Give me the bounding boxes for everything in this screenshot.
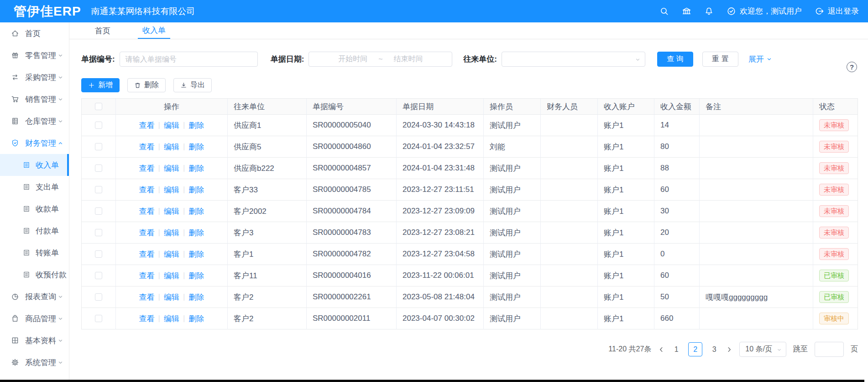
edit-link[interactable]: 编辑: [164, 228, 179, 238]
page-size-select[interactable]: 10 条/页: [739, 342, 786, 357]
sidebar-item-reports[interactable]: 报表查询: [0, 286, 69, 308]
cell-partner: 供应商1: [228, 115, 307, 136]
edit-link[interactable]: 编辑: [164, 206, 179, 217]
jump-page-input[interactable]: [815, 342, 844, 357]
sidebar-item-system[interactable]: 系统管理: [0, 351, 69, 373]
cell-bill-no: SR00000004784: [307, 201, 397, 222]
partner-select[interactable]: [502, 52, 645, 67]
user-welcome[interactable]: 欢迎您，测试用户: [727, 6, 802, 16]
row-actions: 查看|编辑|删除: [116, 115, 228, 136]
delete-link[interactable]: 删除: [188, 228, 204, 238]
sidebar-item-label: 系统管理: [25, 357, 56, 368]
sidebar-item-label: 财务管理: [25, 138, 56, 149]
row-checkbox[interactable]: [95, 122, 102, 129]
row-checkbox[interactable]: [95, 272, 102, 279]
view-link[interactable]: 查看: [139, 228, 155, 238]
next-page-icon[interactable]: [726, 346, 732, 353]
view-link[interactable]: 查看: [139, 271, 155, 281]
view-link[interactable]: 查看: [139, 142, 155, 152]
sidebar-subitem-transfer-bill[interactable]: 转账单: [0, 242, 69, 264]
tab-income-bill[interactable]: 收入单: [138, 22, 170, 39]
page-1[interactable]: 1: [671, 345, 681, 354]
row-checkbox[interactable]: [95, 315, 102, 322]
edit-link[interactable]: 编辑: [164, 313, 179, 324]
delete-button[interactable]: 删除: [127, 78, 166, 92]
edit-link[interactable]: 编辑: [164, 163, 179, 174]
export-button[interactable]: 导出: [173, 78, 212, 92]
page-3[interactable]: 3: [709, 345, 719, 354]
cell-status: 未审核: [813, 115, 858, 136]
select-all-checkbox[interactable]: [95, 103, 102, 110]
table-row: 查看|编辑|删除 客户2 SR00000002011 2023-04-07 00…: [82, 308, 858, 329]
row-checkbox[interactable]: [95, 164, 102, 172]
sidebar-subitem-income-bill[interactable]: 收入单: [0, 154, 69, 176]
delete-link[interactable]: 删除: [188, 249, 204, 260]
sidebar-item-warehouse[interactable]: 仓库管理: [0, 110, 69, 132]
header-bill-date: 单据日期: [397, 99, 484, 115]
cell-finance-staff: [541, 201, 598, 222]
sidebar-subitem-prepayment[interactable]: 收预付款: [0, 264, 69, 286]
page-2-current[interactable]: 2: [688, 342, 702, 356]
app-logo: 管伊佳ERP: [14, 3, 81, 20]
delete-link[interactable]: 删除: [188, 185, 204, 195]
search-icon[interactable]: [659, 6, 669, 16]
sidebar-item-home[interactable]: 首页: [0, 22, 69, 44]
delete-link[interactable]: 删除: [188, 163, 204, 174]
view-link[interactable]: 查看: [139, 292, 155, 302]
sidebar-subitem-expense-bill[interactable]: 支出单: [0, 176, 69, 198]
date-range-picker[interactable]: 开始时间 ~ 结束时间: [309, 52, 452, 67]
edit-link[interactable]: 编辑: [164, 271, 179, 281]
status-badge: 未审核: [819, 205, 849, 217]
sidebar-subitem-payment-bill[interactable]: 付款单: [0, 220, 69, 242]
sidebar-item-retail[interactable]: 零售管理: [0, 44, 69, 66]
edit-link[interactable]: 编辑: [164, 142, 179, 152]
delete-link[interactable]: 删除: [188, 206, 204, 217]
view-link[interactable]: 查看: [139, 313, 155, 324]
view-link[interactable]: 查看: [139, 249, 155, 260]
row-checkbox[interactable]: [95, 229, 102, 236]
row-checkbox[interactable]: [95, 250, 102, 258]
bank-icon[interactable]: [682, 6, 691, 16]
sidebar-item-purchase[interactable]: 采购管理: [0, 66, 69, 88]
sidebar-subitem-receipt-bill[interactable]: 收款单: [0, 198, 69, 220]
row-checkbox[interactable]: [95, 207, 102, 215]
delete-link[interactable]: 删除: [188, 120, 204, 131]
status-badge: 未审核: [819, 119, 849, 131]
view-link[interactable]: 查看: [139, 206, 155, 217]
delete-link[interactable]: 删除: [188, 271, 204, 281]
bell-icon[interactable]: [704, 6, 714, 16]
cell-bill-date: 2024-01-04 23:31:48: [397, 158, 484, 179]
edit-link[interactable]: 编辑: [164, 249, 179, 260]
sidebar-item-sales[interactable]: 销售管理: [0, 88, 69, 110]
edit-link[interactable]: 编辑: [164, 185, 179, 195]
tab-home[interactable]: 首页: [90, 22, 115, 39]
window-bottom-edge: [0, 380, 864, 382]
cell-status: 未审核: [813, 244, 858, 265]
view-link[interactable]: 查看: [139, 163, 155, 174]
sidebar-subitem-label: 收款单: [36, 204, 59, 214]
expand-link[interactable]: 展开: [748, 54, 772, 64]
cell-operator: 测试用户: [484, 308, 541, 329]
bill-no-input[interactable]: [120, 52, 258, 67]
row-checkbox[interactable]: [95, 293, 102, 301]
date-start-placeholder: 开始时间: [338, 54, 367, 64]
reset-button[interactable]: 重置: [702, 52, 738, 67]
sidebar-item-finance[interactable]: 财务管理: [0, 132, 69, 154]
row-checkbox[interactable]: [95, 143, 102, 150]
sidebar-item-goods[interactable]: 商品管理: [0, 308, 69, 329]
logout-button[interactable]: 退出登录: [815, 6, 859, 16]
document-icon: [23, 183, 30, 191]
delete-link[interactable]: 删除: [188, 292, 204, 302]
add-button[interactable]: 新增: [81, 78, 120, 92]
view-link[interactable]: 查看: [139, 185, 155, 195]
edit-link[interactable]: 编辑: [164, 292, 179, 302]
sidebar-item-basic-data[interactable]: 基本资料: [0, 329, 69, 351]
delete-link[interactable]: 删除: [188, 313, 204, 324]
table-header-row: 操作 往来单位 单据编号 单据日期 操作员 财务人员 收入账户 收入金额 备注 …: [82, 99, 858, 115]
view-link[interactable]: 查看: [139, 120, 155, 131]
edit-link[interactable]: 编辑: [164, 120, 179, 131]
row-checkbox[interactable]: [95, 186, 102, 193]
prev-page-icon[interactable]: [658, 346, 664, 353]
delete-link[interactable]: 删除: [188, 142, 204, 152]
search-button[interactable]: 查询: [657, 52, 693, 67]
